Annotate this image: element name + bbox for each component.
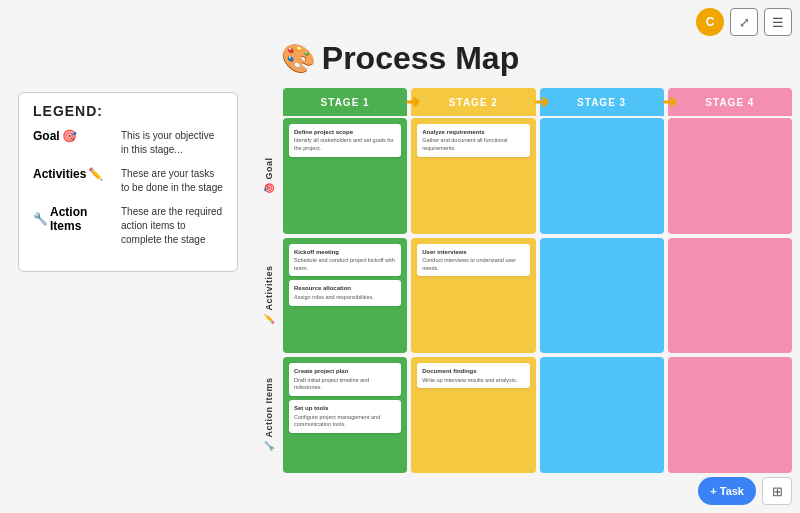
cell-action-1[interactable]: Create project plan Draft initial projec… xyxy=(283,357,407,473)
expand-button[interactable]: ⤢ xyxy=(730,8,758,36)
title-text: Process Map xyxy=(322,40,519,77)
legend-item-activities: Activities✏️ These are your tasks to be … xyxy=(33,167,223,195)
legend-title: LEGEND: xyxy=(33,103,223,119)
stage-header-3: STAGE 3 ➜ xyxy=(540,88,664,116)
mini-card: Document findings Write up interview res… xyxy=(417,363,529,388)
grid-row-goal: Define project scope Identify all stakeh… xyxy=(283,118,792,234)
legend-label-action-items: 🔧Action Items xyxy=(33,205,113,233)
mini-card: Define project scope Identify all stakeh… xyxy=(289,124,401,157)
grid-area: Define project scope Identify all stakeh… xyxy=(283,118,792,473)
bottom-bar: + Task ⊞ xyxy=(698,477,792,505)
map-body: 🎯 Goal ✏️ Activities 🔧 Action Items xyxy=(255,118,792,473)
cell-goal-3[interactable] xyxy=(540,118,664,234)
arrow-3: ➜ xyxy=(662,91,678,113)
cell-action-2[interactable]: Document findings Write up interview res… xyxy=(411,357,535,473)
mini-card: Set up tools Configure project managemen… xyxy=(289,400,401,433)
row-label-action-items: 🔧 Action Items xyxy=(255,357,283,473)
cell-action-4[interactable] xyxy=(668,357,792,473)
row-labels: 🎯 Goal ✏️ Activities 🔧 Action Items xyxy=(255,118,283,473)
row-label-goal: 🎯 Goal xyxy=(255,118,283,234)
stages-header: STAGE 1 ➜ STAGE 2 ➜ STAGE 3 ➜ STAGE 4 xyxy=(283,88,792,116)
menu-button[interactable]: ☰ xyxy=(764,8,792,36)
legend-item-goal: Goal🎯 This is your objective in this sta… xyxy=(33,129,223,157)
title-emoji: 🎨 xyxy=(281,42,316,75)
cell-activities-2[interactable]: User interviews Conduct interviews to un… xyxy=(411,238,535,354)
cell-activities-1[interactable]: Kickoff meeting Schedule and conduct pro… xyxy=(283,238,407,354)
mini-card: User interviews Conduct interviews to un… xyxy=(417,244,529,277)
process-map: STAGE 1 ➜ STAGE 2 ➜ STAGE 3 ➜ STAGE 4 🎯 … xyxy=(255,88,792,473)
cell-action-3[interactable] xyxy=(540,357,664,473)
grid-row-activities: Kickoff meeting Schedule and conduct pro… xyxy=(283,238,792,354)
legend-box: LEGEND: Goal🎯 This is your objective in … xyxy=(18,92,238,272)
stage-header-2: STAGE 2 ➜ xyxy=(411,88,535,116)
stage-header-1: STAGE 1 ➜ xyxy=(283,88,407,116)
cell-goal-2[interactable]: Analyze requirements Gather and document… xyxy=(411,118,535,234)
legend-label-activities: Activities✏️ xyxy=(33,167,113,181)
row-label-activities: ✏️ Activities xyxy=(255,238,283,354)
legend-desc-goal: This is your objective in this stage... xyxy=(121,129,223,157)
grid-view-button[interactable]: ⊞ xyxy=(762,477,792,505)
cell-activities-3[interactable] xyxy=(540,238,664,354)
cell-goal-1[interactable]: Define project scope Identify all stakeh… xyxy=(283,118,407,234)
legend-desc-activities: These are your tasks to be done in the s… xyxy=(121,167,223,195)
mini-card: Kickoff meeting Schedule and conduct pro… xyxy=(289,244,401,277)
mini-card: Analyze requirements Gather and document… xyxy=(417,124,529,157)
mini-card: Resource allocation Assign roles and res… xyxy=(289,280,401,305)
legend-label-goal: Goal🎯 xyxy=(33,129,113,143)
legend-item-action-items: 🔧Action Items These are the required act… xyxy=(33,205,223,247)
stage-header-4: STAGE 4 xyxy=(668,88,792,116)
user-avatar[interactable]: C xyxy=(696,8,724,36)
mini-card: Create project plan Draft initial projec… xyxy=(289,363,401,396)
cell-goal-4[interactable] xyxy=(668,118,792,234)
page-title: 🎨 Process Map xyxy=(281,40,519,77)
header-icons: C ⤢ ☰ xyxy=(696,8,792,36)
task-button[interactable]: + Task xyxy=(698,477,756,505)
grid-row-action-items: Create project plan Draft initial projec… xyxy=(283,357,792,473)
legend-desc-action-items: These are the required action items to c… xyxy=(121,205,223,247)
cell-activities-4[interactable] xyxy=(668,238,792,354)
arrow-1: ➜ xyxy=(405,91,421,113)
arrow-2: ➜ xyxy=(534,91,550,113)
